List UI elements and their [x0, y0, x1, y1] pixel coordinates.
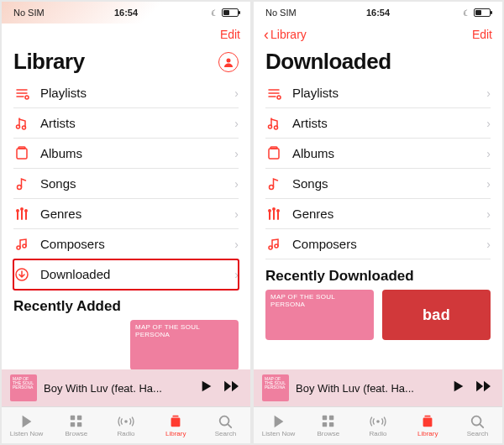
- row-label: Artists: [292, 116, 476, 130]
- status-right: ☾: [416, 8, 496, 18]
- edit-button[interactable]: Edit: [220, 28, 240, 41]
- row-songs[interactable]: Songs›: [13, 169, 239, 199]
- artists-icon: [13, 115, 30, 132]
- tab-library[interactable]: Library: [151, 407, 201, 443]
- row-label: Composers: [40, 237, 224, 251]
- section-title: Recently Added: [13, 298, 239, 315]
- tab-label: Listen Now: [10, 430, 44, 437]
- battery-icon: [222, 8, 239, 17]
- now-playing-bar[interactable]: MAP OF THE SOUL PERSONA Boy With Luv (fe…: [254, 369, 502, 406]
- chevron-right-icon: ›: [234, 86, 239, 100]
- row-composers[interactable]: Composers›: [13, 229, 239, 259]
- row-songs[interactable]: Songs›: [265, 169, 491, 199]
- chevron-right-icon: ›: [234, 207, 239, 221]
- title-row: Downloaded: [254, 45, 502, 78]
- chevron-left-icon: ‹: [264, 29, 269, 40]
- status-time: 16:54: [88, 8, 163, 18]
- chevron-right-icon: ›: [486, 238, 491, 251]
- now-playing-title: Boy With Luv (feat. Ha...: [44, 382, 193, 395]
- playlists-icon: [265, 85, 282, 102]
- row-albums[interactable]: Albums›: [265, 139, 491, 169]
- tab-browse[interactable]: Browse: [51, 407, 101, 443]
- title-row: Library: [2, 45, 250, 78]
- status-time: 16:54: [340, 8, 415, 18]
- tab-browse[interactable]: Browse: [303, 407, 353, 443]
- downloaded-list: Playlists›Artists›Albums›Songs›Genres›Co…: [254, 78, 502, 369]
- row-genres[interactable]: Genres›: [13, 199, 239, 229]
- status-bar: No SIM 16:54 ☾: [2, 2, 250, 24]
- tab-search[interactable]: Search: [201, 407, 250, 443]
- phone-library: No SIM 16:54 ☾ Edit Library Playlists›Ar…: [2, 2, 250, 443]
- row-composers[interactable]: Composers›: [265, 229, 491, 259]
- phone-downloaded: No SIM 16:54 ☾ ‹Library Edit Downloaded …: [254, 2, 502, 443]
- tab-radio[interactable]: Radio: [101, 407, 150, 443]
- artists-icon: [265, 115, 282, 132]
- tab-label: Search: [215, 430, 236, 437]
- row-playlists[interactable]: Playlists›: [13, 78, 239, 108]
- forward-button[interactable]: [222, 380, 242, 396]
- play-button[interactable]: [200, 380, 213, 396]
- songs-icon: [13, 175, 30, 192]
- status-bar: No SIM 16:54 ☾: [254, 2, 502, 24]
- row-label: Albums: [292, 146, 476, 160]
- tab-listen[interactable]: Listen Now: [254, 407, 303, 443]
- tab-radio[interactable]: Radio: [353, 407, 402, 443]
- row-label: Composers: [292, 237, 476, 251]
- chevron-right-icon: ›: [234, 268, 239, 281]
- album-card[interactable]: bad: [382, 290, 491, 340]
- now-playing-artwork: MAP OF THE SOUL PERSONA: [10, 374, 37, 401]
- page-title: Library: [13, 49, 85, 75]
- row-playlists[interactable]: Playlists›: [265, 78, 491, 108]
- row-label: Playlists: [292, 86, 476, 100]
- chevron-right-icon: ›: [486, 207, 491, 221]
- tab-label: Radio: [118, 430, 135, 437]
- tab-library[interactable]: Library: [403, 407, 453, 443]
- now-playing-bar[interactable]: MAP OF THE SOUL PERSONA Boy With Luv (fe…: [2, 369, 250, 406]
- chevron-right-icon: ›: [234, 238, 239, 251]
- battery-icon: [474, 8, 491, 17]
- dnd-icon: ☾: [211, 8, 218, 18]
- composers-icon: [265, 236, 282, 253]
- profile-button[interactable]: [218, 52, 239, 72]
- albums-icon: [13, 145, 30, 162]
- tab-label: Search: [467, 430, 488, 437]
- row-artists[interactable]: Artists›: [265, 108, 491, 139]
- albums-icon: [265, 145, 282, 162]
- nav-bar: Edit: [2, 24, 250, 45]
- chevron-right-icon: ›: [486, 147, 491, 160]
- row-genres[interactable]: Genres›: [265, 199, 491, 229]
- status-carrier: No SIM: [8, 8, 88, 18]
- recent-cards: MAP OF THE SOUL PERSONAbad: [265, 290, 491, 340]
- tab-label: Listen Now: [262, 430, 296, 437]
- row-label: Artists: [40, 116, 224, 130]
- row-albums[interactable]: Albums›: [13, 139, 239, 169]
- back-button[interactable]: ‹Library: [264, 28, 307, 41]
- songs-icon: [265, 175, 282, 192]
- row-label: Genres: [292, 207, 476, 221]
- chevron-right-icon: ›: [486, 86, 491, 100]
- row-label: Albums: [40, 146, 224, 160]
- playlists-icon: [13, 85, 30, 102]
- album-card[interactable]: MAP OF THE SOUL PERSONA: [130, 320, 239, 369]
- tab-bar: Listen NowBrowseRadioLibrarySearch: [254, 406, 502, 443]
- chevron-right-icon: ›: [486, 177, 491, 191]
- forward-button[interactable]: [474, 380, 494, 396]
- section-title: Recently Downloaded: [265, 268, 491, 285]
- row-artists[interactable]: Artists›: [13, 108, 239, 139]
- tab-listen[interactable]: Listen Now: [2, 407, 51, 443]
- tab-bar: Listen NowBrowseRadioLibrarySearch: [2, 406, 250, 443]
- downloaded-icon: [13, 266, 30, 283]
- chevron-right-icon: ›: [486, 117, 491, 130]
- nav-bar: ‹Library Edit: [254, 24, 502, 45]
- status-right: ☾: [164, 8, 244, 18]
- edit-button[interactable]: Edit: [472, 28, 492, 41]
- tab-label: Browse: [65, 430, 87, 437]
- play-button[interactable]: [452, 380, 465, 396]
- row-label: Playlists: [40, 86, 224, 100]
- row-downloaded[interactable]: Downloaded›: [13, 259, 239, 290]
- tab-search[interactable]: Search: [453, 407, 502, 443]
- album-card[interactable]: [13, 320, 122, 369]
- album-card[interactable]: MAP OF THE SOUL PERSONA: [265, 290, 374, 340]
- tab-label: Library: [417, 430, 438, 437]
- chevron-right-icon: ›: [234, 177, 239, 191]
